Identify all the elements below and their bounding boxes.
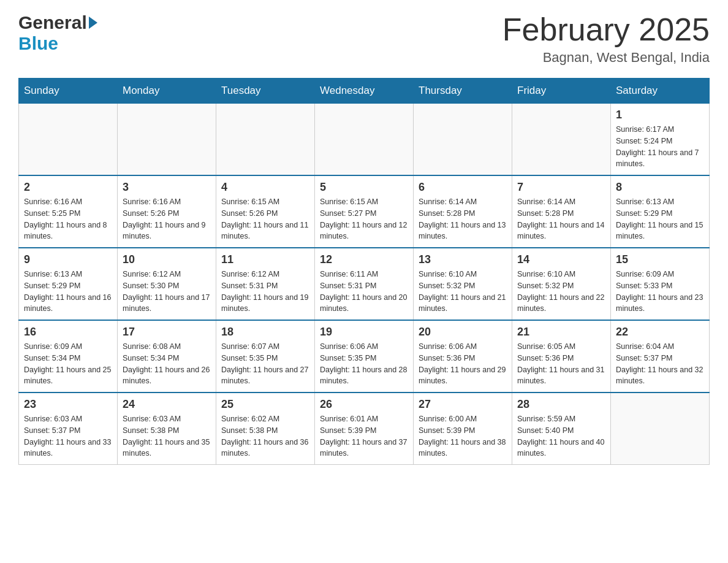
page-header: General Blue February 2025 Bagnan, West … — [18, 12, 710, 66]
month-title: February 2025 — [502, 12, 710, 47]
calendar-cell: 12Sunrise: 6:11 AM Sunset: 5:31 PM Dayli… — [315, 248, 414, 320]
calendar-week-1: 1Sunrise: 6:17 AM Sunset: 5:24 PM Daylig… — [19, 104, 710, 176]
weekday-header-wednesday: Wednesday — [315, 79, 414, 104]
calendar-cell: 5Sunrise: 6:15 AM Sunset: 5:27 PM Daylig… — [315, 175, 414, 248]
day-number: 27 — [419, 398, 507, 411]
day-number: 19 — [320, 326, 408, 339]
day-info: Sunrise: 6:07 AM Sunset: 5:35 PM Dayligh… — [221, 341, 309, 387]
title-section: February 2025 Bagnan, West Bengal, India — [502, 12, 710, 66]
day-number: 15 — [616, 253, 704, 266]
calendar-cell: 16Sunrise: 6:09 AM Sunset: 5:34 PM Dayli… — [19, 320, 118, 393]
day-number: 9 — [24, 253, 112, 266]
calendar-cell: 19Sunrise: 6:06 AM Sunset: 5:35 PM Dayli… — [315, 320, 414, 393]
day-info: Sunrise: 6:01 AM Sunset: 5:39 PM Dayligh… — [320, 413, 408, 459]
day-number: 23 — [24, 398, 112, 411]
calendar-cell — [512, 104, 611, 176]
calendar-cell — [19, 104, 118, 176]
day-info: Sunrise: 6:12 AM Sunset: 5:31 PM Dayligh… — [221, 269, 309, 315]
day-info: Sunrise: 6:03 AM Sunset: 5:37 PM Dayligh… — [24, 413, 112, 459]
day-number: 14 — [517, 253, 605, 266]
calendar-cell: 1Sunrise: 6:17 AM Sunset: 5:24 PM Daylig… — [611, 104, 710, 176]
day-number: 21 — [517, 326, 605, 339]
day-info: Sunrise: 6:06 AM Sunset: 5:36 PM Dayligh… — [419, 341, 507, 387]
calendar-week-3: 9Sunrise: 6:13 AM Sunset: 5:29 PM Daylig… — [19, 248, 710, 320]
day-info: Sunrise: 6:06 AM Sunset: 5:35 PM Dayligh… — [320, 341, 408, 387]
day-info: Sunrise: 6:11 AM Sunset: 5:31 PM Dayligh… — [320, 269, 408, 315]
calendar-cell: 28Sunrise: 5:59 AM Sunset: 5:40 PM Dayli… — [512, 393, 611, 465]
day-number: 24 — [123, 398, 211, 411]
logo-arrow-icon — [89, 17, 97, 29]
day-info: Sunrise: 6:00 AM Sunset: 5:39 PM Dayligh… — [419, 413, 507, 459]
day-info: Sunrise: 6:09 AM Sunset: 5:34 PM Dayligh… — [24, 341, 112, 387]
day-number: 22 — [616, 326, 704, 339]
calendar-cell: 11Sunrise: 6:12 AM Sunset: 5:31 PM Dayli… — [216, 248, 315, 320]
day-info: Sunrise: 6:14 AM Sunset: 5:28 PM Dayligh… — [419, 196, 507, 242]
calendar-cell: 22Sunrise: 6:04 AM Sunset: 5:37 PM Dayli… — [611, 320, 710, 393]
day-info: Sunrise: 6:14 AM Sunset: 5:28 PM Dayligh… — [517, 196, 605, 242]
day-info: Sunrise: 6:13 AM Sunset: 5:29 PM Dayligh… — [24, 269, 112, 315]
calendar-cell — [216, 104, 315, 176]
day-info: Sunrise: 6:16 AM Sunset: 5:26 PM Dayligh… — [123, 196, 211, 242]
weekday-header-thursday: Thursday — [414, 79, 512, 104]
calendar-cell: 23Sunrise: 6:03 AM Sunset: 5:37 PM Dayli… — [19, 393, 118, 465]
calendar-cell: 21Sunrise: 6:05 AM Sunset: 5:36 PM Dayli… — [512, 320, 611, 393]
day-number: 6 — [419, 181, 507, 194]
day-info: Sunrise: 6:10 AM Sunset: 5:32 PM Dayligh… — [419, 269, 507, 315]
day-number: 16 — [24, 326, 112, 339]
weekday-header-tuesday: Tuesday — [216, 79, 315, 104]
day-info: Sunrise: 6:17 AM Sunset: 5:24 PM Dayligh… — [616, 124, 704, 170]
calendar-cell: 24Sunrise: 6:03 AM Sunset: 5:38 PM Dayli… — [118, 393, 216, 465]
day-info: Sunrise: 6:16 AM Sunset: 5:25 PM Dayligh… — [24, 196, 112, 242]
calendar-cell — [611, 393, 710, 465]
calendar-cell: 3Sunrise: 6:16 AM Sunset: 5:26 PM Daylig… — [118, 175, 216, 248]
calendar-cell: 15Sunrise: 6:09 AM Sunset: 5:33 PM Dayli… — [611, 248, 710, 320]
day-number: 25 — [221, 398, 309, 411]
location-title: Bagnan, West Bengal, India — [502, 50, 710, 66]
calendar-cell: 18Sunrise: 6:07 AM Sunset: 5:35 PM Dayli… — [216, 320, 315, 393]
day-number: 7 — [517, 181, 605, 194]
day-number: 8 — [616, 181, 704, 194]
calendar-cell: 9Sunrise: 6:13 AM Sunset: 5:29 PM Daylig… — [19, 248, 118, 320]
day-info: Sunrise: 5:59 AM Sunset: 5:40 PM Dayligh… — [517, 413, 605, 459]
day-number: 11 — [221, 253, 309, 266]
weekday-header-monday: Monday — [118, 79, 216, 104]
calendar-cell: 27Sunrise: 6:00 AM Sunset: 5:39 PM Dayli… — [414, 393, 512, 465]
calendar-cell: 25Sunrise: 6:02 AM Sunset: 5:38 PM Dayli… — [216, 393, 315, 465]
day-info: Sunrise: 6:05 AM Sunset: 5:36 PM Dayligh… — [517, 341, 605, 387]
day-number: 4 — [221, 181, 309, 194]
calendar-table: SundayMondayTuesdayWednesdayThursdayFrid… — [18, 78, 710, 465]
day-info: Sunrise: 6:04 AM Sunset: 5:37 PM Dayligh… — [616, 341, 704, 387]
day-info: Sunrise: 6:12 AM Sunset: 5:30 PM Dayligh… — [123, 269, 211, 315]
day-number: 3 — [123, 181, 211, 194]
day-number: 26 — [320, 398, 408, 411]
calendar-cell: 17Sunrise: 6:08 AM Sunset: 5:34 PM Dayli… — [118, 320, 216, 393]
calendar-week-5: 23Sunrise: 6:03 AM Sunset: 5:37 PM Dayli… — [19, 393, 710, 465]
day-number: 1 — [616, 109, 704, 121]
calendar-cell — [414, 104, 512, 176]
day-info: Sunrise: 6:15 AM Sunset: 5:27 PM Dayligh… — [320, 196, 408, 242]
day-info: Sunrise: 6:09 AM Sunset: 5:33 PM Dayligh… — [616, 269, 704, 315]
weekday-header-sunday: Sunday — [19, 79, 118, 104]
day-number: 13 — [419, 253, 507, 266]
day-info: Sunrise: 6:10 AM Sunset: 5:32 PM Dayligh… — [517, 269, 605, 315]
calendar-week-4: 16Sunrise: 6:09 AM Sunset: 5:34 PM Dayli… — [19, 320, 710, 393]
calendar-cell: 26Sunrise: 6:01 AM Sunset: 5:39 PM Dayli… — [315, 393, 414, 465]
calendar-cell — [118, 104, 216, 176]
calendar-week-2: 2Sunrise: 6:16 AM Sunset: 5:25 PM Daylig… — [19, 175, 710, 248]
day-info: Sunrise: 6:02 AM Sunset: 5:38 PM Dayligh… — [221, 413, 309, 459]
logo-general-text: General — [18, 12, 87, 33]
calendar-cell: 4Sunrise: 6:15 AM Sunset: 5:26 PM Daylig… — [216, 175, 315, 248]
calendar-cell: 6Sunrise: 6:14 AM Sunset: 5:28 PM Daylig… — [414, 175, 512, 248]
day-number: 5 — [320, 181, 408, 194]
day-info: Sunrise: 6:03 AM Sunset: 5:38 PM Dayligh… — [123, 413, 211, 459]
weekday-header-row: SundayMondayTuesdayWednesdayThursdayFrid… — [19, 79, 710, 104]
weekday-header-saturday: Saturday — [611, 79, 710, 104]
calendar-cell: 14Sunrise: 6:10 AM Sunset: 5:32 PM Dayli… — [512, 248, 611, 320]
logo: General Blue — [18, 12, 97, 54]
day-number: 28 — [517, 398, 605, 411]
day-number: 12 — [320, 253, 408, 266]
weekday-header-friday: Friday — [512, 79, 611, 104]
calendar-cell: 8Sunrise: 6:13 AM Sunset: 5:29 PM Daylig… — [611, 175, 710, 248]
calendar-cell: 20Sunrise: 6:06 AM Sunset: 5:36 PM Dayli… — [414, 320, 512, 393]
day-number: 17 — [123, 326, 211, 339]
